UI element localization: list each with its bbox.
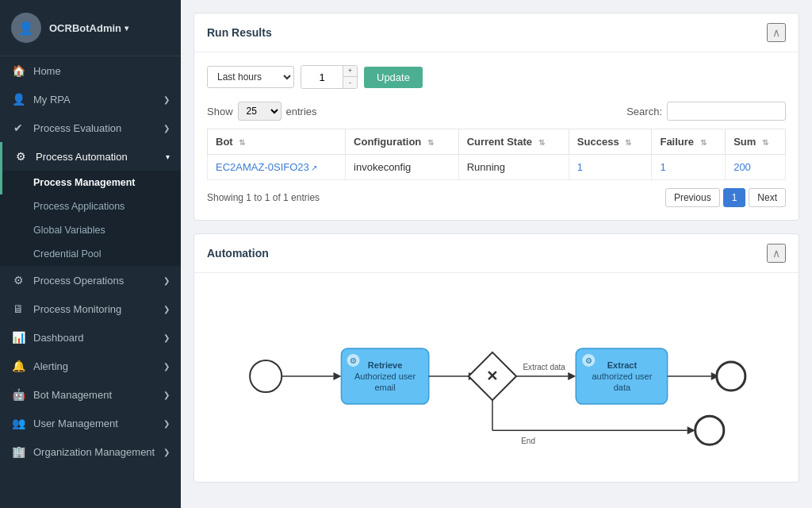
table-row: EC2AMAZ-0SIFO23 invokeconfig Running 1 1 bbox=[208, 155, 786, 180]
automation-diagram: ⚙ Retrieve Authorized user email ✕ Extra… bbox=[194, 273, 799, 482]
user-management-arrow-icon: ❯ bbox=[163, 419, 170, 428]
run-results-panel-body: Last hours + - Update Show 2550100 bbox=[194, 52, 799, 220]
avatar-icon: 👤 bbox=[18, 21, 34, 36]
col-sum[interactable]: Sum ⇅ bbox=[726, 129, 786, 155]
automation-svg: ⚙ Retrieve Authorized user email ✕ Extra… bbox=[218, 289, 775, 464]
sidebar-item-process-monitoring-label: Process Monitoring bbox=[33, 303, 155, 315]
hours-input-group: + - bbox=[301, 65, 358, 89]
global-variables-label: Global Variables bbox=[33, 225, 105, 236]
retrieve-task-label-line1: Retrieve bbox=[368, 360, 402, 370]
sidebar-item-bot-management[interactable]: 🤖 Bot Management ❯ bbox=[0, 380, 181, 409]
process-automation-submenu: Process Management Process Applications … bbox=[0, 171, 181, 266]
extract-task-label-line1: Extract bbox=[607, 360, 638, 370]
alerting-arrow-icon: ❯ bbox=[163, 362, 170, 371]
automation-collapse-btn[interactable]: ∧ bbox=[767, 244, 786, 263]
sidebar-item-dashboard-label: Dashboard bbox=[33, 332, 155, 344]
sort-state-icon: ⇅ bbox=[538, 138, 545, 147]
spinner-down-btn[interactable]: - bbox=[343, 77, 357, 88]
process-management-label: Process Management bbox=[33, 177, 136, 188]
process-applications-label: Process Applications bbox=[33, 201, 124, 212]
success-link[interactable]: 1 bbox=[577, 161, 583, 173]
col-configuration[interactable]: Configuration ⇅ bbox=[346, 129, 459, 155]
retrieve-task-label-line3: email bbox=[374, 383, 395, 392]
table-footer: Showing 1 to 1 of 1 entries Previous 1 N… bbox=[207, 188, 786, 207]
run-controls: Last hours + - Update bbox=[207, 65, 786, 89]
entries-select[interactable]: 2550100 bbox=[238, 102, 282, 121]
sidebar-item-my-rpa[interactable]: 👤 My RPA ❯ bbox=[0, 85, 181, 114]
retrieve-task-icon: ⚙ bbox=[350, 356, 357, 365]
home-icon: 🏠 bbox=[11, 64, 25, 77]
sidebar-item-process-operations[interactable]: ⚙ Process Operations ❯ bbox=[0, 266, 181, 294]
col-current-state[interactable]: Current State ⇅ bbox=[458, 129, 569, 155]
sidebar-item-credential-pool[interactable]: Credential Pool bbox=[0, 242, 181, 266]
organization-management-arrow-icon: ❯ bbox=[163, 448, 170, 456]
col-failure[interactable]: Failure ⇅ bbox=[652, 129, 726, 155]
username-display[interactable]: OCRBotAdmin ▾ bbox=[49, 22, 128, 34]
avatar: 👤 bbox=[11, 13, 41, 43]
update-btn[interactable]: Update bbox=[364, 67, 423, 88]
sort-sum-icon: ⇅ bbox=[762, 138, 768, 147]
sidebar-item-process-evaluation[interactable]: ✔ Process Evaluation ❯ bbox=[0, 114, 181, 142]
automation-title: Automation bbox=[207, 247, 269, 260]
gateway-x-label: ✕ bbox=[486, 368, 498, 384]
run-results-panel: Run Results ∧ Last hours + - Update bbox=[193, 13, 799, 221]
sidebar-item-home[interactable]: 🏠 Home bbox=[0, 56, 181, 85]
username-caret-icon: ▾ bbox=[124, 24, 128, 33]
prev-btn[interactable]: Previous bbox=[665, 188, 720, 207]
table-show-entries: Show 2550100 entries bbox=[207, 102, 317, 121]
search-input[interactable] bbox=[667, 102, 786, 121]
end-event-right bbox=[717, 362, 745, 391]
sidebar-item-user-management[interactable]: 👥 User Management ❯ bbox=[0, 409, 181, 437]
organization-management-icon: 🏢 bbox=[11, 445, 25, 458]
spinner-buttons: + - bbox=[343, 66, 357, 88]
sidebar-item-alerting[interactable]: 🔔 Alerting ❯ bbox=[0, 352, 181, 380]
sidebar-item-process-applications[interactable]: Process Applications bbox=[0, 194, 181, 218]
credential-pool-label: Credential Pool bbox=[33, 248, 101, 260]
sidebar-item-dashboard[interactable]: 📊 Dashboard ❯ bbox=[0, 323, 181, 352]
sidebar-item-organization-management-label: Organization Management bbox=[33, 446, 155, 458]
cell-failure: 1 bbox=[652, 155, 726, 180]
process-operations-icon: ⚙ bbox=[11, 274, 25, 287]
entries-label: entries bbox=[286, 106, 317, 117]
sidebar-item-bot-management-label: Bot Management bbox=[33, 389, 155, 401]
sum-link[interactable]: 200 bbox=[733, 161, 751, 173]
run-results-collapse-btn[interactable]: ∧ bbox=[767, 23, 786, 42]
extract-task-icon: ⚙ bbox=[585, 356, 592, 365]
sort-success-icon: ⇅ bbox=[625, 138, 631, 147]
process-automation-arrow-icon: ▾ bbox=[166, 152, 170, 161]
sidebar-item-organization-management[interactable]: 🏢 Organization Management ❯ bbox=[0, 437, 181, 466]
cell-bot: EC2AMAZ-0SIFO23 bbox=[208, 155, 346, 180]
process-automation-icon: ⚙ bbox=[13, 150, 28, 163]
extract-task-label-line3: data bbox=[614, 383, 631, 392]
sidebar: 👤 OCRBotAdmin ▾ 🏠 Home 👤 My RPA ❯ ✔ Proc… bbox=[0, 0, 181, 508]
process-operations-arrow-icon: ❯ bbox=[163, 276, 170, 285]
cell-current-state: Running bbox=[458, 155, 569, 180]
sort-config-icon: ⇅ bbox=[427, 138, 434, 147]
my-rpa-arrow-icon: ❯ bbox=[163, 95, 170, 104]
next-btn[interactable]: Next bbox=[749, 188, 786, 207]
spinner-up-btn[interactable]: + bbox=[343, 66, 357, 77]
edge-end-label: End bbox=[521, 437, 535, 445]
sidebar-item-process-monitoring[interactable]: 🖥 Process Monitoring ❯ bbox=[0, 294, 181, 323]
time-filter-select[interactable]: Last hours bbox=[207, 66, 294, 88]
state-value: Running bbox=[467, 161, 505, 173]
sidebar-item-process-management[interactable]: Process Management bbox=[0, 171, 181, 194]
hours-input[interactable] bbox=[301, 66, 343, 88]
edge-extract-label: Extract data bbox=[523, 363, 565, 371]
bot-link[interactable]: EC2AMAZ-0SIFO23 bbox=[216, 161, 317, 173]
sidebar-item-global-variables[interactable]: Global Variables bbox=[0, 218, 181, 242]
sidebar-header: 👤 OCRBotAdmin ▾ bbox=[0, 0, 181, 56]
col-success[interactable]: Success ⇅ bbox=[569, 129, 652, 155]
end-event-bottom bbox=[695, 416, 724, 444]
cell-configuration: invokeconfig bbox=[346, 155, 459, 180]
page-1-btn[interactable]: 1 bbox=[723, 188, 746, 207]
process-monitoring-arrow-icon: ❯ bbox=[163, 305, 170, 314]
extract-task-label-line2: authorized user bbox=[592, 371, 652, 381]
process-evaluation-icon: ✔ bbox=[11, 121, 25, 134]
results-table: Bot ⇅ Configuration ⇅ Current State ⇅ bbox=[207, 129, 786, 180]
sidebar-item-process-operations-label: Process Operations bbox=[33, 275, 155, 287]
failure-link[interactable]: 1 bbox=[660, 161, 665, 173]
sidebar-item-process-automation[interactable]: ⚙ Process Automation ▾ bbox=[0, 142, 181, 171]
col-bot[interactable]: Bot ⇅ bbox=[208, 129, 346, 155]
automation-panel: Automation ∧ ⚙ Retrieve Authorized user … bbox=[193, 233, 799, 483]
